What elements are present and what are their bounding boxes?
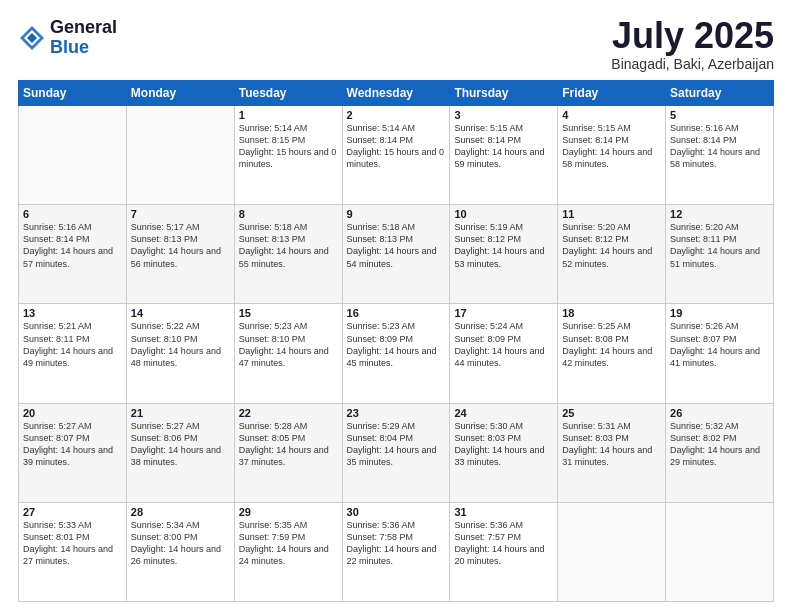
calendar-cell [126,106,234,205]
day-number: 18 [562,307,661,319]
main-title: July 2025 [611,18,774,54]
calendar-cell: 1Sunrise: 5:14 AMSunset: 8:15 PMDaylight… [234,106,342,205]
cell-content: Sunrise: 5:26 AMSunset: 8:07 PMDaylight:… [670,320,769,369]
calendar-cell: 6Sunrise: 5:16 AMSunset: 8:14 PMDaylight… [19,205,127,304]
day-number: 21 [131,407,230,419]
calendar-cell: 8Sunrise: 5:18 AMSunset: 8:13 PMDaylight… [234,205,342,304]
calendar-cell: 29Sunrise: 5:35 AMSunset: 7:59 PMDayligh… [234,502,342,601]
day-header-friday: Friday [558,81,666,106]
calendar-cell [558,502,666,601]
day-number: 17 [454,307,553,319]
calendar-cell: 9Sunrise: 5:18 AMSunset: 8:13 PMDaylight… [342,205,450,304]
calendar-week-row: 13Sunrise: 5:21 AMSunset: 8:11 PMDayligh… [19,304,774,403]
calendar-cell: 27Sunrise: 5:33 AMSunset: 8:01 PMDayligh… [19,502,127,601]
calendar-cell: 31Sunrise: 5:36 AMSunset: 7:57 PMDayligh… [450,502,558,601]
subtitle: Binagadi, Baki, Azerbaijan [611,56,774,72]
day-number: 6 [23,208,122,220]
cell-content: Sunrise: 5:14 AMSunset: 8:15 PMDaylight:… [239,122,338,171]
logo-blue-text: Blue [50,37,89,57]
title-area: July 2025 Binagadi, Baki, Azerbaijan [611,18,774,72]
calendar-cell: 16Sunrise: 5:23 AMSunset: 8:09 PMDayligh… [342,304,450,403]
cell-content: Sunrise: 5:15 AMSunset: 8:14 PMDaylight:… [562,122,661,171]
calendar-cell: 2Sunrise: 5:14 AMSunset: 8:14 PMDaylight… [342,106,450,205]
calendar-cell [19,106,127,205]
day-number: 1 [239,109,338,121]
logo: General Blue [18,18,117,58]
day-number: 23 [347,407,446,419]
calendar-week-row: 20Sunrise: 5:27 AMSunset: 8:07 PMDayligh… [19,403,774,502]
cell-content: Sunrise: 5:14 AMSunset: 8:14 PMDaylight:… [347,122,446,171]
day-header-thursday: Thursday [450,81,558,106]
cell-content: Sunrise: 5:33 AMSunset: 8:01 PMDaylight:… [23,519,122,568]
day-number: 28 [131,506,230,518]
day-number: 20 [23,407,122,419]
cell-content: Sunrise: 5:21 AMSunset: 8:11 PMDaylight:… [23,320,122,369]
day-number: 8 [239,208,338,220]
cell-content: Sunrise: 5:17 AMSunset: 8:13 PMDaylight:… [131,221,230,270]
day-number: 12 [670,208,769,220]
calendar-cell: 10Sunrise: 5:19 AMSunset: 8:12 PMDayligh… [450,205,558,304]
calendar-cell: 20Sunrise: 5:27 AMSunset: 8:07 PMDayligh… [19,403,127,502]
day-number: 3 [454,109,553,121]
day-number: 11 [562,208,661,220]
cell-content: Sunrise: 5:20 AMSunset: 8:12 PMDaylight:… [562,221,661,270]
logo-icon [18,24,46,52]
calendar-cell: 5Sunrise: 5:16 AMSunset: 8:14 PMDaylight… [666,106,774,205]
cell-content: Sunrise: 5:36 AMSunset: 7:57 PMDaylight:… [454,519,553,568]
cell-content: Sunrise: 5:18 AMSunset: 8:13 PMDaylight:… [239,221,338,270]
calendar-cell: 28Sunrise: 5:34 AMSunset: 8:00 PMDayligh… [126,502,234,601]
calendar-table: SundayMondayTuesdayWednesdayThursdayFrid… [18,80,774,602]
day-number: 29 [239,506,338,518]
cell-content: Sunrise: 5:25 AMSunset: 8:08 PMDaylight:… [562,320,661,369]
cell-content: Sunrise: 5:15 AMSunset: 8:14 PMDaylight:… [454,122,553,171]
day-number: 27 [23,506,122,518]
calendar-cell: 17Sunrise: 5:24 AMSunset: 8:09 PMDayligh… [450,304,558,403]
calendar-cell: 21Sunrise: 5:27 AMSunset: 8:06 PMDayligh… [126,403,234,502]
day-number: 26 [670,407,769,419]
calendar-cell: 23Sunrise: 5:29 AMSunset: 8:04 PMDayligh… [342,403,450,502]
calendar-cell: 30Sunrise: 5:36 AMSunset: 7:58 PMDayligh… [342,502,450,601]
day-header-saturday: Saturday [666,81,774,106]
logo-general-text: General [50,17,117,37]
cell-content: Sunrise: 5:23 AMSunset: 8:10 PMDaylight:… [239,320,338,369]
day-number: 14 [131,307,230,319]
day-header-monday: Monday [126,81,234,106]
day-number: 13 [23,307,122,319]
day-number: 4 [562,109,661,121]
calendar-cell: 7Sunrise: 5:17 AMSunset: 8:13 PMDaylight… [126,205,234,304]
day-number: 10 [454,208,553,220]
day-number: 7 [131,208,230,220]
page: General Blue July 2025 Binagadi, Baki, A… [0,0,792,612]
day-number: 25 [562,407,661,419]
calendar-cell: 19Sunrise: 5:26 AMSunset: 8:07 PMDayligh… [666,304,774,403]
calendar-cell: 14Sunrise: 5:22 AMSunset: 8:10 PMDayligh… [126,304,234,403]
cell-content: Sunrise: 5:23 AMSunset: 8:09 PMDaylight:… [347,320,446,369]
cell-content: Sunrise: 5:28 AMSunset: 8:05 PMDaylight:… [239,420,338,469]
cell-content: Sunrise: 5:30 AMSunset: 8:03 PMDaylight:… [454,420,553,469]
day-number: 30 [347,506,446,518]
day-number: 2 [347,109,446,121]
header: General Blue July 2025 Binagadi, Baki, A… [18,18,774,72]
day-header-wednesday: Wednesday [342,81,450,106]
calendar-cell: 11Sunrise: 5:20 AMSunset: 8:12 PMDayligh… [558,205,666,304]
day-number: 5 [670,109,769,121]
day-number: 16 [347,307,446,319]
cell-content: Sunrise: 5:20 AMSunset: 8:11 PMDaylight:… [670,221,769,270]
cell-content: Sunrise: 5:34 AMSunset: 8:00 PMDaylight:… [131,519,230,568]
day-number: 15 [239,307,338,319]
logo-text: General Blue [50,18,117,58]
cell-content: Sunrise: 5:19 AMSunset: 8:12 PMDaylight:… [454,221,553,270]
calendar-cell: 26Sunrise: 5:32 AMSunset: 8:02 PMDayligh… [666,403,774,502]
cell-content: Sunrise: 5:36 AMSunset: 7:58 PMDaylight:… [347,519,446,568]
calendar-cell: 13Sunrise: 5:21 AMSunset: 8:11 PMDayligh… [19,304,127,403]
calendar-cell [666,502,774,601]
calendar-header-row: SundayMondayTuesdayWednesdayThursdayFrid… [19,81,774,106]
cell-content: Sunrise: 5:31 AMSunset: 8:03 PMDaylight:… [562,420,661,469]
cell-content: Sunrise: 5:32 AMSunset: 8:02 PMDaylight:… [670,420,769,469]
day-header-sunday: Sunday [19,81,127,106]
calendar-cell: 25Sunrise: 5:31 AMSunset: 8:03 PMDayligh… [558,403,666,502]
calendar-week-row: 27Sunrise: 5:33 AMSunset: 8:01 PMDayligh… [19,502,774,601]
cell-content: Sunrise: 5:27 AMSunset: 8:06 PMDaylight:… [131,420,230,469]
calendar-week-row: 1Sunrise: 5:14 AMSunset: 8:15 PMDaylight… [19,106,774,205]
calendar-cell: 12Sunrise: 5:20 AMSunset: 8:11 PMDayligh… [666,205,774,304]
